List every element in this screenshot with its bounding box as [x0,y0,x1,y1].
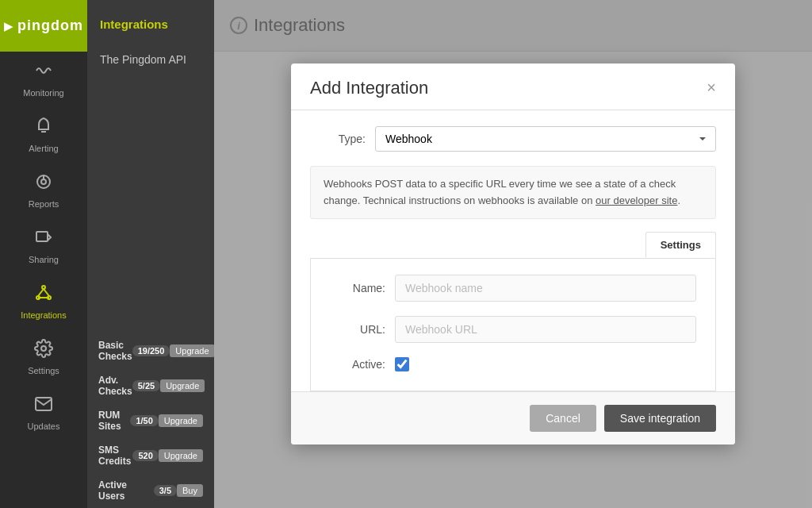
stat-adv-checks-count: 5/25 [132,380,160,391]
updates-icon [34,394,53,418]
cancel-button[interactable]: Cancel [530,405,596,432]
stat-basic-checks-label: Basic Checks [98,340,132,362]
stat-rum-sites: RUM Sites 1/50 Upgrade [87,403,214,438]
type-label: Type: [310,133,366,145]
settings-icon [34,339,53,363]
logo-icon: ▶ [4,20,13,33]
stat-rum-sites-count: 1/50 [130,415,158,426]
main-content: i Integrations Add Integration × Type: [214,0,812,508]
add-integration-modal: Add Integration × Type: Webhook PagerDut… [291,64,735,445]
type-row: Type: Webhook PagerDuty Slack VictorOps [310,126,716,152]
modal-body: Type: Webhook PagerDuty Slack VictorOps [291,110,735,392]
active-label: Active: [330,358,385,371]
sidebar-item-alerting[interactable]: Alerting [0,107,87,163]
stat-sms-credits-upgrade[interactable]: Upgrade [159,449,203,462]
sidebar-item-monitoring-label: Monitoring [23,88,63,98]
name-input[interactable] [395,275,696,302]
name-label: Name: [330,282,385,294]
sidebar-item-sharing[interactable]: Sharing [0,218,87,274]
type-select-wrapper: Webhook PagerDuty Slack VictorOps [375,126,716,152]
reports-icon [34,172,53,196]
sidebar-item-updates-label: Updates [28,421,60,431]
sidebar-item-reports[interactable]: Reports [0,163,87,218]
stat-adv-checks: Adv. Checks 5/25 Upgrade [87,368,214,403]
sidebar-item-integrations-label: Integrations [21,310,66,320]
stat-adv-checks-label: Adv. Checks [98,375,132,397]
stat-active-users: Active Users 3/5 Buy [87,473,214,508]
svg-line-8 [38,289,44,296]
active-row: Active: [330,357,696,371]
modal-footer: Cancel Save integration [291,391,735,444]
logo-text: pingdom [17,17,83,34]
modal-overlay: Add Integration × Type: Webhook PagerDut… [214,0,812,508]
sidebar-item-reports-label: Reports [29,199,59,209]
stat-sms-credits-label: SMS Credits [98,444,132,467]
tabs-row: Settings [310,232,716,259]
stats-panel: Basic Checks 19/250 Upgrade Adv. Checks … [87,333,214,508]
stat-active-users-count: 3/5 [154,485,177,496]
sidebar-item-monitoring[interactable]: Monitoring [0,52,87,107]
tab-settings[interactable]: Settings [645,232,716,258]
sidebar-item-sharing-label: Sharing [29,255,59,264]
secondary-sidebar: Integrations The Pingdom API Basic Check… [87,0,214,508]
sidebar-item-settings[interactable]: Settings [0,329,87,385]
stat-basic-checks-upgrade[interactable]: Upgrade [170,344,214,357]
svg-point-2 [41,179,46,184]
url-label: URL: [330,323,385,336]
sidebar-item-settings-label: Settings [28,366,59,375]
sidebar-item-alerting-label: Alerting [29,144,58,153]
form-section: Name: URL: Active: [310,259,716,391]
svg-line-9 [44,289,49,296]
svg-point-5 [42,286,45,289]
active-checkbox[interactable] [395,357,409,371]
svg-point-11 [41,346,46,351]
stat-basic-checks-count: 19/250 [132,345,170,356]
logo: ▶ pingdom [0,0,87,52]
sidebar: ▶ pingdom Monitoring Alerting [0,0,87,508]
stat-sms-credits: SMS Credits 520 Upgrade [87,438,214,473]
monitoring-icon [34,61,53,85]
stat-rum-sites-upgrade[interactable]: Upgrade [159,414,203,427]
stat-active-users-buy[interactable]: Buy [177,484,203,497]
stat-adv-checks-upgrade[interactable]: Upgrade [160,379,205,392]
sidebar-item-integrations[interactable]: Integrations [0,274,87,329]
stat-active-users-label: Active Users [98,479,154,502]
webhook-desc-end: . [677,194,680,206]
sharing-icon [34,228,53,252]
url-row: URL: [330,316,696,343]
svg-rect-4 [36,232,48,241]
alerting-icon [34,117,53,140]
save-integration-button[interactable]: Save integration [604,405,716,432]
secondary-sidebar-title: Integrations [87,0,214,42]
stat-sms-credits-count: 520 [132,450,158,461]
developer-site-link[interactable]: our developer site [596,194,677,206]
modal-close-button[interactable]: × [707,79,716,97]
url-input[interactable] [395,316,696,343]
type-select[interactable]: Webhook PagerDuty Slack VictorOps [375,126,716,152]
modal-header: Add Integration × [291,64,735,110]
stat-rum-sites-label: RUM Sites [98,410,130,432]
stat-basic-checks: Basic Checks 19/250 Upgrade [87,333,214,368]
integrations-icon [34,283,53,307]
modal-title: Add Integration [310,78,428,98]
name-row: Name: [330,275,696,302]
sidebar-item-updates[interactable]: Updates [0,385,87,441]
webhook-description: Webhooks POST data to a specific URL eve… [310,166,716,220]
secondary-sidebar-item-api[interactable]: The Pingdom API [87,42,214,77]
